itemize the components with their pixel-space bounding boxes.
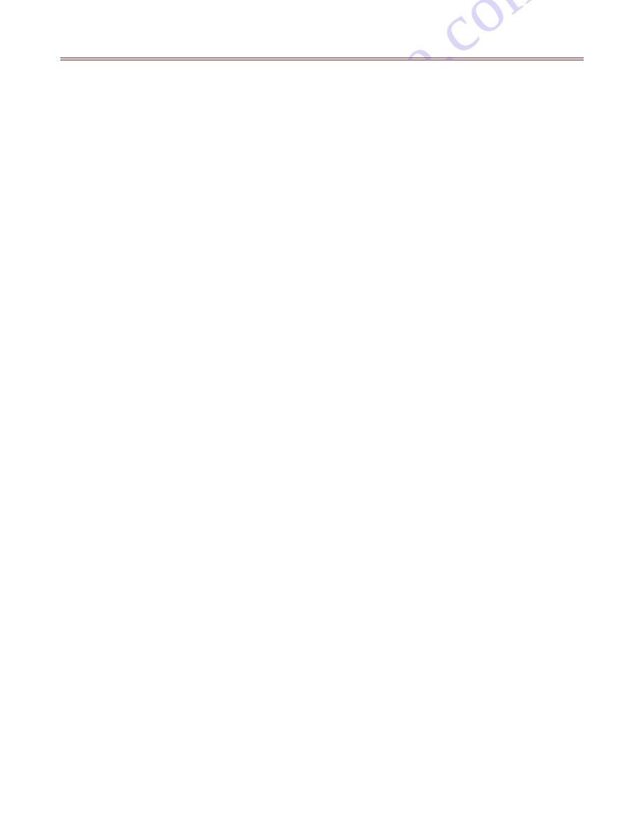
watermark-text: manualshive.com [126,0,563,60]
page-top-rule [60,58,584,60]
